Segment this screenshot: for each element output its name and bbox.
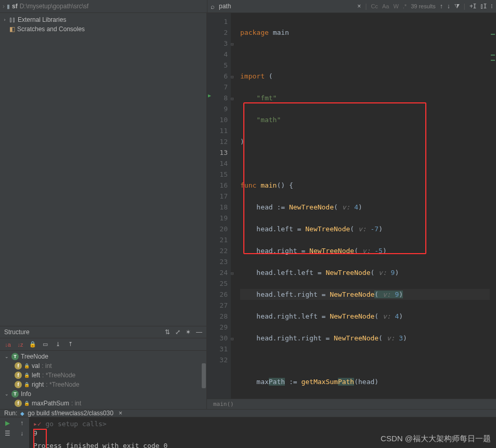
words-toggle[interactable]: Aa [382,3,389,9]
code-editor[interactable]: 1234567891011121314151617181920212223242… [207,13,496,409]
structure-item-maxpathsum[interactable]: f 🔒 maxPathSum: int [0,399,206,408]
run-gutter-icon[interactable]: ▶ [208,90,211,101]
clear-search-icon[interactable]: × [357,3,361,10]
sort-alpha-icon[interactable]: ↓a [3,340,12,349]
collapse-icon[interactable]: ⤢ [175,328,180,336]
structure-item-treenode[interactable]: ⌄ T TreeNode [0,352,206,361]
down-icon[interactable]: ↓ [20,430,23,437]
next-match-icon[interactable]: ↓ [447,3,450,10]
select-all-icon[interactable]: ⫿ⵊ [480,3,487,10]
gutter[interactable]: 1234567891011121314151617181920212223242… [207,13,231,409]
node-label: Scratches and Consoles [17,25,85,33]
field-badge-icon: f [15,381,22,388]
console-setup-line: go setup calls> [45,420,106,428]
show-non-public-icon[interactable]: ▭ [41,340,50,349]
breadcrumb-folder[interactable]: sf [12,3,18,10]
project-tree[interactable]: › ⫿⫿ External Libraries ◧ Scratches and … [0,13,206,326]
structure-item-val[interactable]: f 🔒 val: int [0,361,206,371]
lock-icon: 🔒 [24,401,30,406]
run-toolbar: ▶ ☰ ↑ ↓ [0,417,29,448]
expand-icon[interactable]: ⇅ [165,328,170,336]
find-bar: ⌕ × | Cc Aa W .* 39 results ↑ ↓ ⧩ | +ⵊ ⫿… [207,0,496,12]
run-panel-title: Run: [4,410,17,417]
scrollbar-thumb[interactable] [202,363,206,388]
go-icon: ◆ [20,411,24,416]
autoscroll-source-icon[interactable]: ⤓ [53,340,62,349]
sort-visibility-icon[interactable]: ↓z [16,340,25,349]
field-badge-icon: f [15,400,22,407]
lock-icon: 🔒 [24,363,30,368]
chevron-down-icon[interactable]: ⌄ [4,354,9,359]
breadcrumb-path: D:\mysetup\gopath\src\sf [20,3,89,10]
autoscroll-from-icon[interactable]: ⤒ [66,340,75,349]
find-input[interactable] [219,3,353,10]
structure-item-left[interactable]: f 🔒 left: *TreeNode [0,371,206,380]
panel-title: Structure [4,328,30,336]
scrollbar[interactable] [490,13,496,399]
rerun-icon[interactable]: ▶ [5,419,10,427]
search-icon[interactable]: ⌕ [211,3,215,10]
code-area[interactable]: package main import ( "fmt" "math" ) fun… [231,13,496,409]
breadcrumb: › ▮ sf D:\mysetup\gopath\src\sf [0,0,207,12]
structure-panel-header: Structure ⇅ ⤢ ✶ — [0,326,206,338]
console-output: 9 [33,429,37,437]
lock-icon: 🔒 [24,382,30,387]
structure-item-right[interactable]: f 🔒 right: *TreeNode [0,380,206,389]
up-icon[interactable]: ↑ [20,419,23,427]
chevron-right-icon: › [3,3,5,10]
more-icon[interactable]: ⁝ [491,3,493,10]
type-badge-icon: T [11,390,19,398]
structure-tree[interactable]: ⌄ T TreeNode f 🔒 val: int f 🔒 left: *Tre… [0,351,206,409]
find-results-count: 39 results [411,3,436,9]
type-badge-icon: T [11,353,19,360]
close-tab-icon[interactable]: × [119,410,122,417]
add-selection-icon[interactable]: +ⵊ [469,3,476,10]
stop-icon[interactable]: ☰ [5,430,10,437]
show-fields-icon[interactable]: 🔒 [28,340,37,349]
chevron-right-icon[interactable]: › [2,17,7,22]
chevron-down-icon[interactable]: ⌄ [4,391,9,397]
run-console[interactable]: ▸✓ go setup calls> 9 Process finished wi… [29,417,496,448]
prev-match-icon[interactable]: ↑ [440,3,443,10]
run-config-name[interactable]: go build sf/newclass2/class030 [28,410,113,417]
folder-icon: ▮ [7,3,10,10]
lock-icon: 🔒 [24,373,30,378]
console-exit-line: Process finished with exit code 0 [33,441,492,448]
field-badge-icon: f [15,362,22,370]
filter-icon[interactable]: ⧩ [454,3,460,10]
gear-icon[interactable]: ✶ [186,328,191,336]
match-case-toggle[interactable]: Cc [371,3,378,9]
hide-icon[interactable]: — [196,328,202,336]
word-toggle[interactable]: W [393,3,398,9]
scratches-icon: ◧ [9,25,15,33]
external-libraries-node[interactable]: › ⫿⫿ External Libraries [0,15,206,24]
structure-item-info[interactable]: ⌄ T Info [0,389,206,399]
scrollbar[interactable] [201,363,206,409]
scratches-node[interactable]: ◧ Scratches and Consoles [0,24,206,34]
regex-toggle[interactable]: .* [403,3,407,9]
editor-breadcrumb[interactable]: main() [207,399,496,409]
library-icon: ⫿⫿ [9,16,16,23]
field-badge-icon: f [15,372,22,379]
node-label: External Libraries [18,16,66,23]
structure-toolbar: ↓a ↓z 🔒 ▭ ⤓ ⤒ [0,338,206,351]
